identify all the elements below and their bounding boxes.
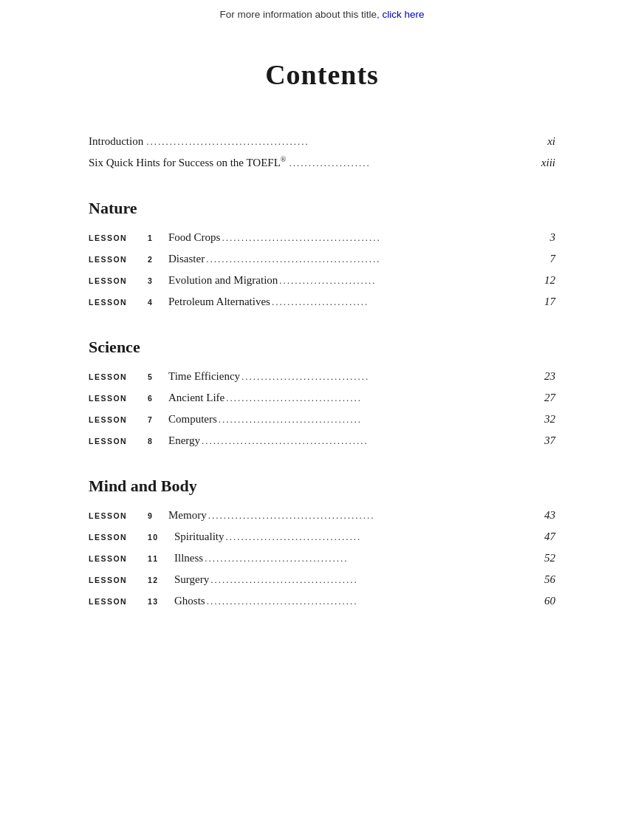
intro-title-hints: Six Quick Hints for Success on the TOEFL… (89, 155, 286, 169)
page-title: Contents (89, 58, 555, 91)
lesson-entry-8: lesson 8 Energy ........................… (89, 434, 555, 447)
lesson-entry-2: lesson 2 Disaster ......................… (89, 253, 555, 265)
lesson-entry-13: lesson 13 Ghosts .......................… (89, 595, 555, 607)
lesson-entry-12: lesson 12 Surgery ......................… (89, 573, 555, 586)
click-here-link[interactable]: click here (382, 9, 424, 20)
section-mind-and-body: Mind and Body lesson 9 Memory ..........… (89, 477, 555, 607)
lesson-entry-6: lesson 6 Ancient Life ..................… (89, 392, 555, 404)
lesson-entry-10: lesson 10 Spirituality .................… (89, 531, 555, 543)
intro-section: Introduction ...........................… (89, 135, 555, 169)
lesson-entry-4: lesson 4 Petroleum Alternatives ........… (89, 296, 555, 308)
intro-entry-hints: Six Quick Hints for Success on the TOEFL… (89, 155, 555, 169)
lesson-entry-5: lesson 5 Time Efficiency ...............… (89, 370, 555, 383)
intro-entry-introduction: Introduction ...........................… (89, 135, 555, 148)
section-heading-nature: Nature (89, 199, 555, 218)
section-heading-mind-and-body: Mind and Body (89, 477, 555, 496)
section-science: Science lesson 5 Time Efficiency .......… (89, 338, 555, 447)
lesson-entry-7: lesson 7 Computers .....................… (89, 413, 555, 426)
page-content: Contents Introduction ..................… (0, 29, 644, 661)
lesson-entry-11: lesson 11 Illness ......................… (89, 552, 555, 564)
lesson-entry-9: lesson 9 Memory ........................… (89, 509, 555, 522)
section-nature: Nature lesson 1 Food Crops .............… (89, 199, 555, 308)
intro-page-introduction: xi (533, 135, 555, 148)
lesson-entry-3: lesson 3 Evolution and Migration .......… (89, 274, 555, 287)
top-info-text: For more information about this title, (220, 9, 383, 20)
top-info-bar: For more information about this title, c… (0, 0, 644, 29)
lesson-entry-1: lesson 1 Food Crops ....................… (89, 231, 555, 244)
intro-title-introduction: Introduction (89, 135, 143, 148)
section-heading-science: Science (89, 338, 555, 357)
intro-page-hints: xiii (533, 157, 555, 169)
